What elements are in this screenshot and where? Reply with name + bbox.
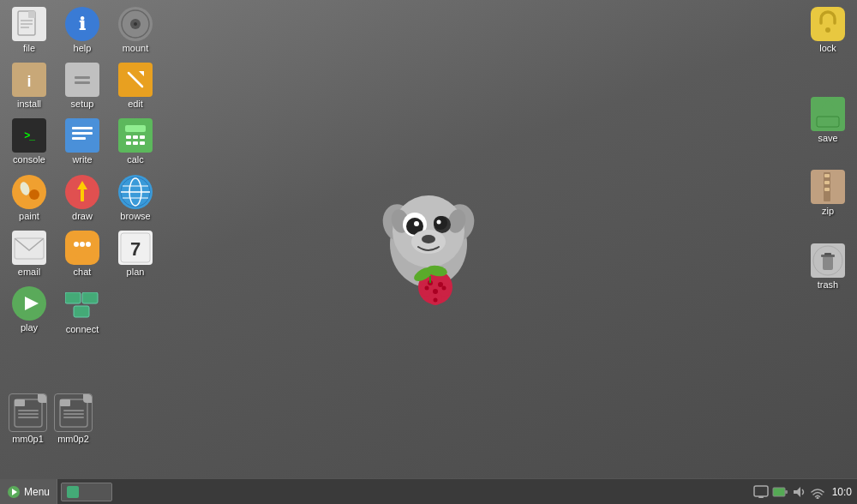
play-icon[interactable]: play: [3, 283, 55, 339]
svg-rect-11: [75, 76, 90, 79]
browse-label: browse: [120, 211, 150, 222]
svg-point-85: [438, 282, 443, 287]
browse-icon[interactable]: browse: [110, 171, 161, 225]
svg-rect-50: [82, 292, 98, 303]
svg-point-7: [134, 22, 137, 26]
svg-point-111: [816, 496, 818, 499]
svg-rect-26: [133, 141, 138, 145]
plan-label: plan: [127, 267, 145, 278]
svg-point-88: [442, 286, 446, 291]
taskbar-menu-label: Menu: [24, 486, 50, 498]
svg-rect-16: [69, 122, 96, 149]
setup-icon[interactable]: setup: [57, 59, 108, 113]
svg-rect-51: [74, 306, 89, 317]
svg-rect-56: [817, 117, 839, 127]
svg-rect-65: [824, 253, 831, 255]
mount-icon[interactable]: mount: [110, 3, 161, 57]
svg-rect-60: [824, 181, 830, 184]
trash-icon-desktop[interactable]: trash: [802, 240, 854, 294]
write-label: write: [72, 154, 92, 165]
svg-marker-54: [822, 99, 834, 108]
file-label: file: [23, 43, 35, 54]
connect-icon[interactable]: connect: [57, 285, 108, 339]
svg-rect-25: [126, 141, 131, 145]
svg-rect-1: [28, 11, 35, 18]
taskbar-wifi-icon[interactable]: [810, 484, 825, 500]
svg-rect-27: [140, 141, 145, 145]
sd-mm0p1-label: mm0p1: [12, 434, 44, 444]
write-icon[interactable]: write: [57, 115, 108, 169]
sd-card-mm0p2[interactable]: mm0p2: [54, 393, 93, 444]
svg-rect-44: [86, 242, 91, 247]
svg-rect-97: [18, 417, 39, 418]
console-label: console: [13, 154, 45, 165]
svg-rect-109: [774, 489, 784, 495]
taskbar-window-item[interactable]: [61, 483, 112, 501]
svg-rect-102: [63, 417, 84, 418]
svg-rect-23: [133, 135, 138, 139]
taskbar-menu-button[interactable]: Menu: [0, 479, 57, 504]
svg-point-87: [425, 286, 429, 291]
top-left-icons: file ℹ help mount i install setup: [3, 3, 201, 339]
svg-point-53: [825, 27, 830, 33]
plan-icon[interactable]: 7 plan: [110, 227, 161, 281]
lock-label: lock: [819, 43, 836, 54]
lock-icon-desktop[interactable]: lock: [802, 3, 854, 57]
taskbar-monitor-icon[interactable]: [753, 484, 769, 500]
svg-rect-106: [758, 496, 764, 498]
draw-icon[interactable]: draw: [57, 171, 108, 225]
svg-rect-19: [72, 137, 86, 140]
svg-rect-49: [65, 292, 81, 303]
file-icon[interactable]: file: [3, 3, 55, 57]
svg-rect-17: [72, 127, 93, 129]
svg-rect-61: [824, 188, 830, 191]
svg-point-30: [29, 189, 39, 200]
svg-rect-22: [126, 135, 131, 139]
paint-label: paint: [19, 211, 39, 222]
draw-label: draw: [72, 211, 93, 222]
svg-rect-101: [63, 413, 84, 415]
setup-label: setup: [71, 99, 94, 110]
calc-label: calc: [127, 154, 144, 165]
taskbar: Menu 10:0: [0, 478, 857, 504]
svg-rect-94: [15, 399, 25, 406]
svg-text:7: 7: [130, 238, 141, 260]
trash-label: trash: [818, 279, 838, 291]
svg-text:i: i: [27, 73, 31, 90]
edit-icon[interactable]: edit: [110, 59, 161, 113]
zip-icon-desktop[interactable]: zip: [802, 166, 854, 220]
console-icon[interactable]: >_ console: [3, 115, 55, 169]
svg-point-86: [433, 289, 438, 294]
right-icons: lock save zip trash: [802, 3, 854, 294]
svg-rect-63: [823, 256, 833, 270]
email-label: email: [18, 267, 40, 278]
paint-icon[interactable]: paint: [3, 171, 55, 225]
sd-card-icons: mm0p1 mm0p2: [9, 393, 93, 444]
svg-point-89: [434, 298, 438, 303]
play-label: play: [21, 322, 38, 333]
taskbar-time: 10:0: [832, 486, 852, 498]
save-label: save: [818, 133, 837, 144]
svg-point-77: [437, 220, 441, 225]
svg-rect-99: [60, 399, 70, 406]
svg-point-76: [414, 221, 419, 226]
puppy-mascot: [369, 171, 488, 309]
svg-point-79: [422, 235, 435, 243]
install-label: install: [17, 99, 41, 110]
chat-icon[interactable]: chat: [57, 227, 108, 281]
svg-rect-42: [74, 242, 79, 247]
email-icon[interactable]: email: [3, 227, 55, 281]
edit-label: edit: [128, 99, 143, 110]
install-icon[interactable]: i install: [3, 59, 55, 113]
help-icon[interactable]: ℹ help: [57, 3, 108, 57]
svg-rect-55: [822, 110, 834, 117]
svg-rect-10: [70, 68, 94, 92]
help-label: help: [74, 43, 92, 54]
calc-icon[interactable]: calc: [110, 115, 161, 169]
taskbar-volume-icon[interactable]: [791, 484, 806, 500]
sd-mm0p2-label: mm0p2: [57, 434, 89, 444]
svg-marker-110: [794, 487, 800, 497]
taskbar-battery-icon[interactable]: [772, 484, 788, 500]
save-icon-desktop[interactable]: save: [802, 93, 854, 147]
sd-card-mm0p1[interactable]: mm0p1: [9, 393, 47, 444]
